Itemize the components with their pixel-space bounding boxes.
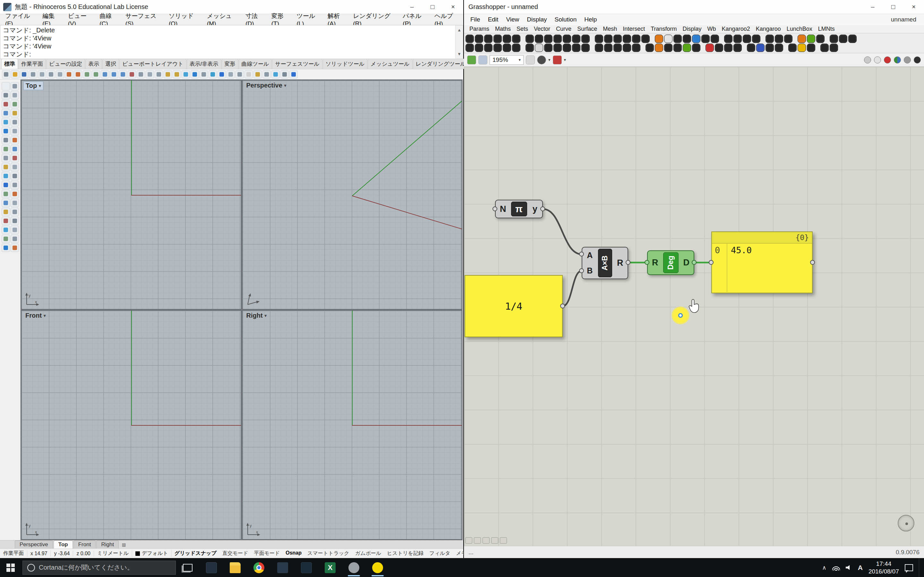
- component-icon[interactable]: [544, 44, 552, 52]
- rhino-toolbar-icon[interactable]: [74, 70, 82, 79]
- rhino-toolbar-icon[interactable]: [271, 70, 280, 79]
- component-icon[interactable]: [525, 35, 534, 43]
- chevron-down-icon[interactable]: ▾: [265, 313, 267, 318]
- rhino-tab[interactable]: 表示/非表示: [187, 59, 221, 69]
- component-icon[interactable]: [525, 44, 534, 52]
- rhino-sidebar-icon[interactable]: [11, 100, 19, 108]
- rhino-toolbar-icon[interactable]: [2, 70, 10, 79]
- start-button[interactable]: [0, 558, 21, 577]
- component-icon[interactable]: [465, 44, 474, 52]
- status-toggle[interactable]: Osnap: [283, 550, 304, 557]
- pi-component[interactable]: N π y: [495, 200, 543, 218]
- component-icon[interactable]: [475, 44, 483, 52]
- red-preview-icon[interactable]: [884, 56, 891, 63]
- rhino-tab[interactable]: 作業平面: [18, 59, 46, 69]
- component-icon[interactable]: [701, 35, 710, 43]
- rhino-toolbar-icon[interactable]: [208, 70, 217, 79]
- gh-menu-item[interactable]: File: [467, 16, 484, 23]
- rhino-sidebar-icon[interactable]: [11, 199, 19, 207]
- rhino-toolbar-icon[interactable]: [173, 70, 181, 79]
- component-icon[interactable]: [614, 35, 622, 43]
- multiply-a-grip[interactable]: [579, 251, 584, 256]
- tray-expand-icon[interactable]: ∧: [822, 564, 827, 571]
- rhino-sidebar-icon[interactable]: [11, 172, 19, 180]
- category-tab-vector[interactable]: Vector: [531, 26, 553, 32]
- units-label[interactable]: ミリメートル: [94, 550, 132, 557]
- rhino-toolbar-icon[interactable]: [145, 70, 154, 79]
- component-icon[interactable]: [632, 44, 640, 52]
- rhino-toolbar-icon[interactable]: [47, 70, 55, 79]
- chevron-down-icon[interactable]: ▾: [44, 313, 46, 318]
- rhino-tab[interactable]: 表示: [86, 59, 102, 69]
- close-button[interactable]: ×: [903, 0, 924, 14]
- rhino-toolbar-icon[interactable]: [56, 70, 64, 79]
- image-icon[interactable]: [474, 537, 481, 544]
- component-icon[interactable]: [632, 35, 640, 43]
- component-icon[interactable]: [683, 44, 691, 52]
- gh-menu-item[interactable]: Help: [580, 16, 601, 23]
- component-icon[interactable]: [848, 35, 857, 43]
- category-tab-maths[interactable]: Maths: [492, 26, 514, 32]
- component-icon[interactable]: [775, 44, 783, 52]
- viewport-perspective-label[interactable]: Perspective ▾: [244, 81, 288, 89]
- component-icon[interactable]: [563, 35, 571, 43]
- category-tab-display[interactable]: Display: [680, 26, 704, 32]
- settings-icon[interactable]: [500, 537, 507, 544]
- result-panel[interactable]: {0} 0 45.0: [711, 231, 813, 293]
- component-icon[interactable]: [582, 44, 590, 52]
- note-tool-icon[interactable]: [874, 56, 881, 63]
- component-icon[interactable]: [503, 35, 511, 43]
- component-icon[interactable]: [766, 44, 774, 52]
- viewport-right[interactable]: Right ▾ yx: [242, 310, 462, 540]
- component-icon[interactable]: [475, 35, 483, 43]
- rhino-sidebar-icon[interactable]: [2, 181, 10, 189]
- rhino-sidebar-icon[interactable]: [2, 217, 10, 225]
- component-icon[interactable]: [706, 44, 714, 52]
- rhino-sidebar-icon[interactable]: [11, 154, 19, 162]
- rhino-toolbar-icon[interactable]: [191, 70, 199, 79]
- rhino-tab[interactable]: ビューの設定: [46, 59, 85, 69]
- chevron-down-icon[interactable]: ▾: [39, 83, 41, 88]
- component-icon[interactable]: [752, 35, 760, 43]
- component-icon[interactable]: [512, 44, 520, 52]
- viewport-tab-perspective[interactable]: Perspective: [15, 540, 53, 548]
- category-tab-kangaroo[interactable]: Kangaroo: [753, 26, 784, 32]
- rhino-sidebar-icon[interactable]: [11, 82, 19, 90]
- rhino-sidebar-icon[interactable]: [2, 172, 10, 180]
- input-panel[interactable]: 1/4: [465, 275, 563, 337]
- component-icon[interactable]: [766, 35, 774, 43]
- rhino-sidebar-icon[interactable]: [11, 118, 19, 126]
- component-icon[interactable]: [798, 44, 806, 52]
- component-icon[interactable]: [743, 35, 751, 43]
- component-icon[interactable]: [623, 35, 631, 43]
- gh-menu-item[interactable]: View: [502, 16, 523, 23]
- component-icon[interactable]: [641, 35, 650, 43]
- viewport-tab-front[interactable]: Front: [73, 540, 96, 548]
- rhino-sidebar-icon[interactable]: [2, 91, 10, 99]
- status-toggle[interactable]: ガムボール: [352, 550, 384, 557]
- rhino-sidebar-icon[interactable]: [2, 154, 10, 162]
- shaded-preview-icon[interactable]: [894, 56, 901, 63]
- category-tab-wb[interactable]: Wb: [704, 26, 719, 32]
- rhino-toolbar-icon[interactable]: [182, 70, 190, 79]
- viewport-layout-icon[interactable]: ⊞: [122, 542, 126, 548]
- component-icon[interactable]: [711, 35, 719, 43]
- layer-indicator[interactable]: デフォルト: [132, 550, 172, 557]
- paintbrush-icon[interactable]: [553, 55, 562, 64]
- rhino-toolbar-icon[interactable]: [254, 70, 262, 79]
- rhino-sidebar-icon[interactable]: [11, 163, 19, 171]
- rhino-toolbar-icon[interactable]: [11, 70, 19, 79]
- component-icon[interactable]: [821, 44, 829, 52]
- component-icon[interactable]: [733, 35, 742, 43]
- chrome-button[interactable]: [247, 558, 271, 577]
- scroll-up-icon[interactable]: ▲: [457, 26, 461, 34]
- marker-icon[interactable]: [483, 537, 489, 544]
- component-icon[interactable]: [493, 35, 502, 43]
- chevron-down-icon[interactable]: ▾: [564, 57, 566, 62]
- component-icon[interactable]: [484, 35, 493, 43]
- category-tab-lmnts[interactable]: LMNts: [815, 26, 838, 32]
- viewport-front[interactable]: Front ▾ yx: [21, 310, 241, 540]
- degrees-component-selected[interactable]: R Deg D: [647, 250, 694, 275]
- task-view-button[interactable]: [176, 558, 200, 577]
- gh-canvas[interactable]: N π y A B A×B R R Deg D 1/4 {0}: [464, 67, 924, 546]
